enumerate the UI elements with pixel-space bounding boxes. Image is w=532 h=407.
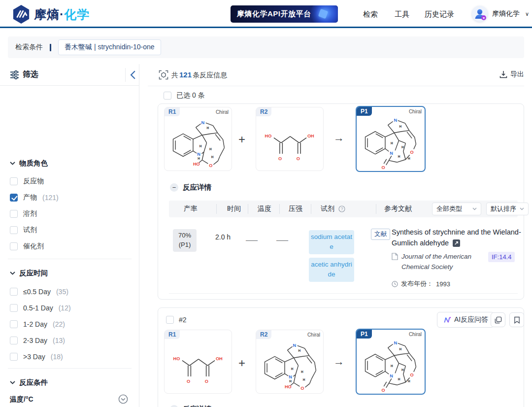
query-chip[interactable]: 番木鳖碱 | strychnidin-10-one [58, 39, 161, 55]
clock-icon [392, 281, 398, 287]
api-platform-banner[interactable]: 摩熵化学API开放平台 [231, 5, 338, 23]
checkbox[interactable] [10, 226, 18, 234]
wieland-gumlich-aldehyde-structure [258, 337, 323, 393]
sidebar-title: 筛选 [23, 69, 38, 80]
export-button[interactable]: 导出 [499, 70, 524, 79]
filter-option-time-1-2[interactable]: 1-2 Day (22) [10, 319, 65, 329]
reference-title-link[interactable]: Synthesis of strychnine and the Wieland-… [392, 227, 529, 249]
divider [169, 293, 518, 294]
person-icon: ♥ [472, 6, 488, 22]
collapse-minus-icon[interactable]: − [170, 405, 178, 407]
ai-reaction-qa-button[interactable]: AI反应问答 [437, 312, 494, 328]
chevron-down-icon [10, 271, 15, 275]
filter-option-solvent[interactable]: 溶剂 [10, 209, 42, 219]
malonic-acid-structure [166, 337, 231, 393]
brand-logo[interactable]: 摩熵·化学 [12, 4, 90, 25]
checkbox[interactable] [10, 337, 18, 344]
filter-option-catalyst[interactable]: 催化剂 [10, 241, 49, 251]
document-icon [392, 253, 398, 260]
reagent-chip[interactable]: sodium acetate [309, 230, 354, 254]
chevron-down-icon [10, 162, 15, 165]
checkbox[interactable] [10, 320, 18, 328]
collapse-minus-icon[interactable]: − [170, 183, 178, 192]
divider [50, 44, 51, 51]
checkbox[interactable] [10, 242, 18, 250]
section-reaction-condition[interactable]: 反应条件 [10, 378, 48, 387]
question-circle-icon[interactable]: ? [338, 205, 345, 212]
temperature-label: 温度/°C [10, 395, 33, 404]
malonic-acid-structure [258, 114, 323, 170]
filter-option-time-0-05[interactable]: ≤0.5 Day (35) [10, 287, 68, 297]
bookmark-reaction-button[interactable] [509, 312, 524, 327]
molecule-r1-tile[interactable]: R1 [164, 330, 232, 394]
search-condition-bar: 检索条件 番木鳖碱 | strychnidin-10-one [8, 36, 524, 58]
molecule-r2-tile[interactable]: R2 [256, 107, 324, 171]
select-all-checkbox[interactable] [164, 92, 171, 100]
chevron-down-icon [520, 207, 524, 210]
brand-text: 摩熵·化学 [34, 6, 90, 23]
reaction-2-select[interactable]: #2 [166, 316, 187, 324]
filter-option-time-05-1[interactable]: 0.5-1 Day (12) [10, 303, 71, 313]
chevron-down-icon [10, 381, 15, 384]
ai-icon [443, 316, 451, 324]
reaction-card-1: R1 Chiral + R2 → P1 Chiral − 反应详情 产率 时间 … [158, 103, 524, 300]
temperature-collapse-icon[interactable] [118, 394, 128, 404]
section-reaction-time[interactable]: 反应时间 [10, 269, 48, 278]
molecule-p1-tile[interactable]: P1 Chiral [356, 329, 426, 395]
checkbox[interactable] [10, 288, 18, 296]
wieland-gumlich-aldehyde-structure [166, 114, 231, 170]
filter-option-reactant[interactable]: 反应物 [10, 176, 49, 186]
external-link-icon[interactable] [453, 239, 460, 247]
reagent-chip[interactable]: acetic anhydride [309, 258, 354, 282]
molecule-p1-tile[interactable]: P1 Chiral [356, 106, 426, 172]
filter-option-time-gt3[interactable]: >3 Day (18) [10, 352, 63, 362]
checkbox[interactable] [10, 210, 18, 218]
copy-icon [495, 316, 502, 324]
collapse-sidebar-icon[interactable] [129, 70, 137, 79]
nav-item-search[interactable]: 检索 [363, 10, 378, 19]
filter-option-product[interactable]: 产物 (121) [10, 193, 59, 203]
strychnine-structure [358, 113, 423, 170]
publish-year-row: 发布年份： 1993 [392, 279, 450, 288]
filter-option-reagent[interactable]: 试剂 [10, 225, 42, 235]
user-menu[interactable]: ♥ 摩熵化学 ∨ [472, 6, 529, 22]
svg-text:?: ? [341, 206, 343, 211]
checkbox[interactable] [10, 177, 18, 185]
sidebar-header: 筛选 [0, 64, 139, 86]
reaction-details-toggle[interactable]: − 反应详情 [170, 405, 211, 407]
reaction-arrow: → [333, 132, 344, 144]
app-window: 摩熵·化学 摩熵化学API开放平台 检索 工具 历史记录 ♥ 摩熵化学 ∨ 检 [0, 0, 532, 407]
section-substance-role[interactable]: 物质角色 [10, 159, 48, 168]
checkbox[interactable] [10, 353, 18, 361]
sort-dropdown[interactable]: 默认排序 [486, 203, 529, 215]
select-all-row[interactable]: 已选 0 条 [164, 91, 205, 100]
nav-item-tools[interactable]: 工具 [395, 10, 409, 19]
filter-option-time-2-3[interactable]: 2-3 Day (13) [10, 336, 65, 345]
journal-name: Journal of the American Chemical Society [401, 252, 480, 272]
user-name: 摩熵化学 [492, 9, 520, 18]
col-yield: 产率 [184, 204, 198, 213]
molecule-r2-tile[interactable]: R2 Chiral [256, 330, 324, 394]
divider [8, 259, 132, 259]
reaction-2-checkbox[interactable] [166, 316, 174, 324]
reaction-detail-row: 70%(P1) 2.0 h —— —— sodium acetate aceti… [169, 227, 518, 290]
selected-count-label: 已选 0 条 [176, 91, 205, 100]
plus-operator: + [238, 356, 245, 370]
reaction-index: #2 [179, 316, 187, 324]
divider [148, 86, 524, 86]
checkbox[interactable] [10, 304, 18, 312]
time-value: 2.0 h [215, 233, 231, 241]
bookmark-icon [514, 316, 520, 324]
filter-sidebar: 筛选 物质角色 反应物 产物 (121) 溶剂 试剂 [0, 64, 139, 407]
hexagon-logo-icon [12, 4, 31, 25]
molecule-r1-tile[interactable]: R1 Chiral [164, 107, 232, 171]
nav-item-history[interactable]: 历史记录 [425, 10, 454, 19]
type-filter-dropdown[interactable]: 全部类型 [432, 203, 481, 215]
reaction-details-toggle[interactable]: − 反应详情 [170, 183, 211, 192]
top-header: 摩熵·化学 摩熵化学API开放平台 检索 工具 历史记录 ♥ 摩熵化学 ∨ [0, 0, 532, 28]
download-icon [499, 70, 507, 78]
chevron-down-icon: ∨ [525, 11, 529, 17]
checkbox[interactable] [10, 194, 18, 202]
reaction-count-icon [159, 70, 168, 80]
copy-reaction-button[interactable] [491, 312, 505, 327]
